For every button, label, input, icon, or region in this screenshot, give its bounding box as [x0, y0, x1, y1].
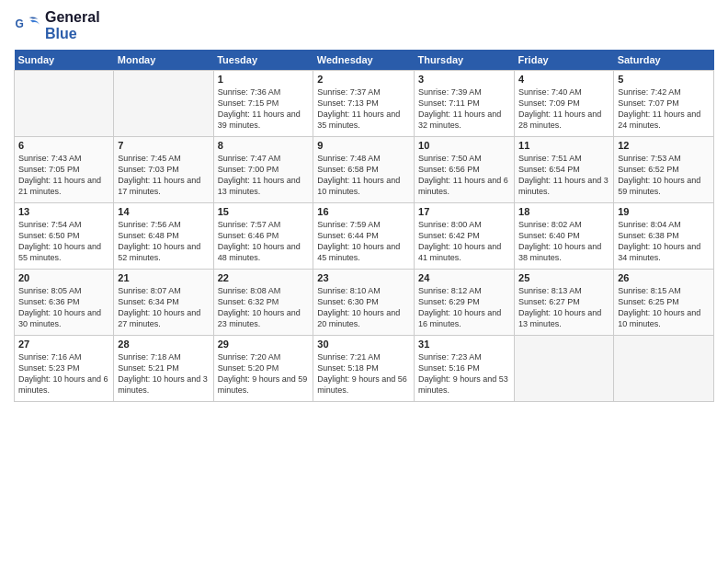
day-cell: 17 Sunrise: 8:00 AMSunset: 6:42 PMDaylig…: [415, 203, 515, 270]
day-cell: 8 Sunrise: 7:47 AMSunset: 7:00 PMDayligh…: [213, 137, 313, 203]
day-cell: 31 Sunrise: 7:23 AMSunset: 5:16 PMDaylig…: [415, 336, 515, 402]
day-number: 27: [18, 339, 109, 350]
day-number: 7: [118, 140, 209, 151]
calendar-table: SundayMondayTuesdayWednesdayThursdayFrid…: [14, 50, 714, 402]
day-info: Sunrise: 7:53 AMSunset: 6:52 PMDaylight:…: [618, 153, 710, 198]
day-info: Sunrise: 7:51 AMSunset: 6:54 PMDaylight:…: [518, 153, 609, 198]
weekday-header-wednesday: Wednesday: [313, 50, 415, 71]
day-number: 12: [618, 140, 710, 151]
day-cell: 15 Sunrise: 7:57 AMSunset: 6:46 PMDaylig…: [213, 203, 313, 270]
day-number: 30: [317, 339, 410, 350]
day-info: Sunrise: 7:43 AMSunset: 7:05 PMDaylight:…: [18, 153, 109, 198]
day-cell: 23 Sunrise: 8:10 AMSunset: 6:30 PMDaylig…: [313, 270, 415, 336]
logo: G General Blue: [14, 9, 100, 42]
day-cell: 14 Sunrise: 7:56 AMSunset: 6:48 PMDaylig…: [114, 203, 213, 270]
weekday-header-friday: Friday: [515, 50, 614, 71]
day-number: 24: [418, 272, 510, 283]
day-number: 6: [18, 140, 109, 151]
day-info: Sunrise: 8:10 AMSunset: 6:30 PMDaylight:…: [317, 285, 410, 330]
day-info: Sunrise: 8:12 AMSunset: 6:29 PMDaylight:…: [418, 285, 510, 330]
day-cell: 6 Sunrise: 7:43 AMSunset: 7:05 PMDayligh…: [15, 137, 114, 203]
day-number: 2: [317, 74, 410, 85]
week-row-5: 27 Sunrise: 7:16 AMSunset: 5:23 PMDaylig…: [15, 336, 714, 402]
calendar-header: G General Blue: [14, 9, 714, 42]
weekday-header-thursday: Thursday: [415, 50, 515, 71]
day-info: Sunrise: 7:39 AMSunset: 7:11 PMDaylight:…: [418, 86, 510, 132]
day-cell: 26 Sunrise: 8:15 AMSunset: 6:25 PMDaylig…: [614, 270, 714, 336]
day-info: Sunrise: 8:04 AMSunset: 6:38 PMDaylight:…: [618, 219, 710, 264]
day-cell: 3 Sunrise: 7:39 AMSunset: 7:11 PMDayligh…: [415, 71, 515, 137]
day-info: Sunrise: 8:15 AMSunset: 6:25 PMDaylight:…: [618, 285, 710, 330]
day-number: 10: [418, 140, 510, 151]
day-number: 23: [317, 272, 410, 283]
day-cell: 9 Sunrise: 7:48 AMSunset: 6:58 PMDayligh…: [313, 137, 415, 203]
day-info: Sunrise: 7:37 AMSunset: 7:13 PMDaylight:…: [317, 86, 410, 132]
day-number: 9: [317, 140, 410, 151]
day-cell: 1 Sunrise: 7:36 AMSunset: 7:15 PMDayligh…: [213, 71, 313, 137]
day-info: Sunrise: 7:20 AMSunset: 5:20 PMDaylight:…: [218, 351, 310, 396]
day-cell: 18 Sunrise: 8:02 AMSunset: 6:40 PMDaylig…: [515, 203, 614, 270]
day-cell: 25 Sunrise: 8:13 AMSunset: 6:27 PMDaylig…: [515, 270, 614, 336]
day-number: 16: [317, 206, 410, 217]
day-cell: 5 Sunrise: 7:42 AMSunset: 7:07 PMDayligh…: [614, 71, 714, 137]
day-info: Sunrise: 7:56 AMSunset: 6:48 PMDaylight:…: [118, 219, 209, 264]
day-info: Sunrise: 8:00 AMSunset: 6:42 PMDaylight:…: [418, 219, 510, 264]
logo-general: General: [45, 9, 100, 26]
day-info: Sunrise: 7:42 AMSunset: 7:07 PMDaylight:…: [618, 86, 710, 132]
day-info: Sunrise: 7:50 AMSunset: 6:56 PMDaylight:…: [418, 153, 510, 198]
weekday-header-tuesday: Tuesday: [213, 50, 313, 71]
day-cell: 7 Sunrise: 7:45 AMSunset: 7:03 PMDayligh…: [114, 137, 213, 203]
day-number: 3: [418, 74, 510, 85]
day-info: Sunrise: 8:08 AMSunset: 6:32 PMDaylight:…: [218, 285, 310, 330]
svg-text:G: G: [16, 17, 24, 30]
day-cell: 11 Sunrise: 7:51 AMSunset: 6:54 PMDaylig…: [515, 137, 614, 203]
day-number: 11: [518, 140, 609, 151]
day-number: 17: [418, 206, 510, 217]
day-cell: 27 Sunrise: 7:16 AMSunset: 5:23 PMDaylig…: [15, 336, 114, 402]
day-cell: 22 Sunrise: 8:08 AMSunset: 6:32 PMDaylig…: [213, 270, 313, 336]
day-cell: 10 Sunrise: 7:50 AMSunset: 6:56 PMDaylig…: [415, 137, 515, 203]
day-number: 13: [18, 206, 109, 217]
day-cell: [114, 71, 213, 137]
day-cell: 19 Sunrise: 8:04 AMSunset: 6:38 PMDaylig…: [614, 203, 714, 270]
day-info: Sunrise: 8:07 AMSunset: 6:34 PMDaylight:…: [118, 285, 209, 330]
week-row-4: 20 Sunrise: 8:05 AMSunset: 6:36 PMDaylig…: [15, 270, 714, 336]
day-cell: 16 Sunrise: 7:59 AMSunset: 6:44 PMDaylig…: [313, 203, 415, 270]
day-number: 25: [518, 272, 609, 283]
day-cell: 28 Sunrise: 7:18 AMSunset: 5:21 PMDaylig…: [114, 336, 213, 402]
day-number: 4: [518, 74, 609, 85]
logo-blue: Blue: [45, 26, 100, 42]
weekday-header-row: SundayMondayTuesdayWednesdayThursdayFrid…: [15, 50, 714, 71]
day-info: Sunrise: 8:02 AMSunset: 6:40 PMDaylight:…: [518, 219, 609, 264]
day-number: 14: [118, 206, 209, 217]
day-info: Sunrise: 7:21 AMSunset: 5:18 PMDaylight:…: [317, 351, 410, 396]
week-row-3: 13 Sunrise: 7:54 AMSunset: 6:50 PMDaylig…: [15, 203, 714, 270]
day-number: 8: [218, 140, 310, 151]
week-row-1: 1 Sunrise: 7:36 AMSunset: 7:15 PMDayligh…: [15, 71, 714, 137]
day-number: 29: [218, 339, 310, 350]
day-cell: 29 Sunrise: 7:20 AMSunset: 5:20 PMDaylig…: [213, 336, 313, 402]
day-cell: [515, 336, 614, 402]
day-number: 1: [218, 74, 310, 85]
day-info: Sunrise: 7:18 AMSunset: 5:21 PMDaylight:…: [118, 351, 209, 396]
day-cell: [15, 71, 114, 137]
week-row-2: 6 Sunrise: 7:43 AMSunset: 7:05 PMDayligh…: [15, 137, 714, 203]
day-cell: [614, 336, 714, 402]
weekday-header-monday: Monday: [114, 50, 213, 71]
day-info: Sunrise: 7:36 AMSunset: 7:15 PMDaylight:…: [218, 86, 310, 132]
day-info: Sunrise: 7:48 AMSunset: 6:58 PMDaylight:…: [317, 153, 410, 198]
day-cell: 13 Sunrise: 7:54 AMSunset: 6:50 PMDaylig…: [15, 203, 114, 270]
day-info: Sunrise: 7:45 AMSunset: 7:03 PMDaylight:…: [118, 153, 209, 198]
day-info: Sunrise: 7:40 AMSunset: 7:09 PMDaylight:…: [518, 86, 609, 132]
day-cell: 4 Sunrise: 7:40 AMSunset: 7:09 PMDayligh…: [515, 71, 614, 137]
day-cell: 2 Sunrise: 7:37 AMSunset: 7:13 PMDayligh…: [313, 71, 415, 137]
day-number: 28: [118, 339, 209, 350]
day-cell: 24 Sunrise: 8:12 AMSunset: 6:29 PMDaylig…: [415, 270, 515, 336]
day-cell: 12 Sunrise: 7:53 AMSunset: 6:52 PMDaylig…: [614, 137, 714, 203]
day-number: 20: [18, 272, 109, 283]
day-number: 22: [218, 272, 310, 283]
day-info: Sunrise: 8:05 AMSunset: 6:36 PMDaylight:…: [18, 285, 109, 330]
day-info: Sunrise: 8:13 AMSunset: 6:27 PMDaylight:…: [518, 285, 609, 330]
day-cell: 30 Sunrise: 7:21 AMSunset: 5:18 PMDaylig…: [313, 336, 415, 402]
day-number: 31: [418, 339, 510, 350]
